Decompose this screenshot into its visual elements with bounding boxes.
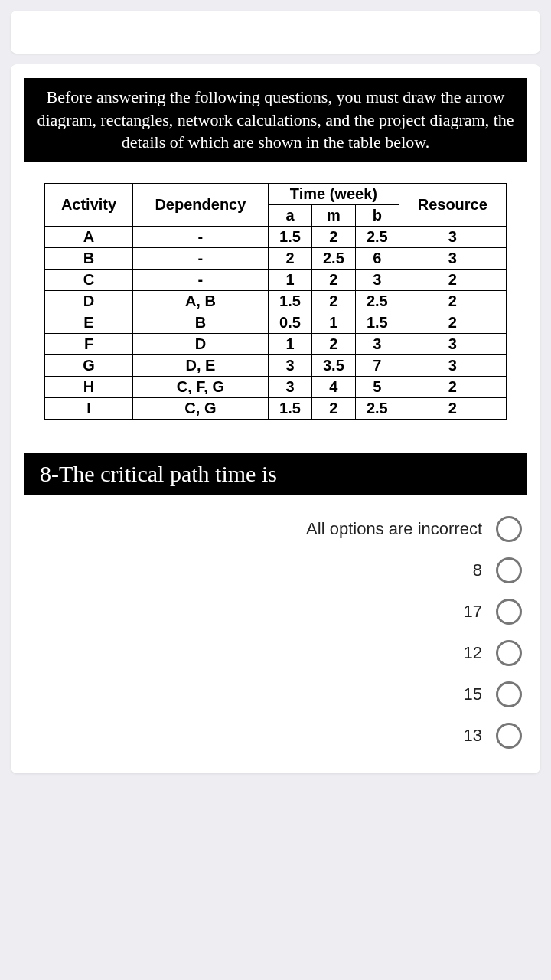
col-activity: Activity: [45, 184, 133, 227]
option-row[interactable]: 13: [464, 723, 522, 749]
option-row[interactable]: 8: [473, 557, 522, 583]
radio-icon[interactable]: [496, 681, 522, 707]
cell-m: 2: [311, 398, 355, 420]
table-body: A-1.522.53B-22.563C-1232DA, B1.522.52EB0…: [45, 227, 507, 420]
cell-dependency: C, G: [132, 398, 268, 420]
col-b: b: [355, 205, 399, 227]
col-resource: Resource: [399, 184, 506, 227]
cell-a: 3: [269, 355, 312, 377]
cell-m: 2: [311, 291, 355, 312]
table-row: FD1233: [45, 334, 507, 355]
prompt-text: Before answering the following questions…: [24, 78, 527, 162]
table-row: B-22.563: [45, 248, 507, 270]
table-row: EB0.511.52: [45, 312, 507, 334]
option-row[interactable]: 17: [464, 599, 522, 625]
radio-icon[interactable]: [496, 599, 522, 625]
cell-a: 1.5: [269, 227, 312, 248]
cell-a: 1: [269, 270, 312, 291]
cell-dependency: -: [132, 227, 268, 248]
cell-m: 1: [311, 312, 355, 334]
col-dependency: Dependency: [132, 184, 268, 227]
cell-dependency: D, E: [132, 355, 268, 377]
cell-a: 0.5: [269, 312, 312, 334]
cell-activity: A: [45, 227, 133, 248]
cell-b: 3: [355, 270, 399, 291]
cell-b: 2.5: [355, 398, 399, 420]
cell-activity: F: [45, 334, 133, 355]
option-label: 12: [464, 643, 482, 663]
cell-m: 2: [311, 334, 355, 355]
cell-resource: 3: [399, 248, 506, 270]
radio-icon[interactable]: [496, 557, 522, 583]
option-row[interactable]: 12: [464, 640, 522, 666]
cell-resource: 3: [399, 227, 506, 248]
cell-dependency: A, B: [132, 291, 268, 312]
table-row: GD, E33.573: [45, 355, 507, 377]
cell-dependency: C, F, G: [132, 377, 268, 398]
cell-a: 3: [269, 377, 312, 398]
options-list: All options are incorrect817121513: [24, 516, 527, 749]
cell-activity: C: [45, 270, 133, 291]
option-row[interactable]: 15: [464, 681, 522, 707]
cell-activity: D: [45, 291, 133, 312]
cell-a: 1.5: [269, 398, 312, 420]
cell-dependency: D: [132, 334, 268, 355]
option-label: All options are incorrect: [306, 519, 482, 539]
col-m: m: [311, 205, 355, 227]
question-card: Before answering the following questions…: [11, 64, 540, 773]
cell-dependency: B: [132, 312, 268, 334]
radio-icon[interactable]: [496, 640, 522, 666]
radio-icon[interactable]: [496, 723, 522, 749]
cell-m: 4: [311, 377, 355, 398]
activity-table: Activity Dependency Time (week) Resource…: [44, 183, 507, 420]
table-head: Activity Dependency Time (week) Resource…: [45, 184, 507, 227]
cell-activity: G: [45, 355, 133, 377]
cell-b: 7: [355, 355, 399, 377]
cell-b: 2.5: [355, 291, 399, 312]
cell-resource: 2: [399, 398, 506, 420]
cell-m: 2: [311, 227, 355, 248]
cell-activity: I: [45, 398, 133, 420]
cell-resource: 3: [399, 334, 506, 355]
cell-resource: 2: [399, 270, 506, 291]
cell-b: 2.5: [355, 227, 399, 248]
cell-resource: 2: [399, 312, 506, 334]
cell-b: 6: [355, 248, 399, 270]
cell-activity: E: [45, 312, 133, 334]
option-row[interactable]: All options are incorrect: [306, 516, 522, 542]
table-row: A-1.522.53: [45, 227, 507, 248]
question-text: 8-The critical path time is: [24, 453, 527, 495]
cell-m: 2: [311, 270, 355, 291]
table-row: IC, G1.522.52: [45, 398, 507, 420]
radio-icon[interactable]: [496, 516, 522, 542]
cell-m: 2.5: [311, 248, 355, 270]
cell-a: 1: [269, 334, 312, 355]
cell-activity: B: [45, 248, 133, 270]
cell-m: 3.5: [311, 355, 355, 377]
option-label: 15: [464, 684, 482, 704]
col-a: a: [269, 205, 312, 227]
cell-dependency: -: [132, 248, 268, 270]
cell-b: 1.5: [355, 312, 399, 334]
cell-resource: 3: [399, 355, 506, 377]
cell-resource: 2: [399, 377, 506, 398]
cell-a: 2: [269, 248, 312, 270]
table-row: DA, B1.522.52: [45, 291, 507, 312]
cell-activity: H: [45, 377, 133, 398]
cell-a: 1.5: [269, 291, 312, 312]
option-label: 13: [464, 726, 482, 746]
previous-card-tail: [11, 11, 540, 54]
cell-resource: 2: [399, 291, 506, 312]
cell-b: 5: [355, 377, 399, 398]
cell-dependency: -: [132, 270, 268, 291]
cell-b: 3: [355, 334, 399, 355]
table-row: HC, F, G3452: [45, 377, 507, 398]
option-label: 17: [464, 602, 482, 622]
table-row: C-1232: [45, 270, 507, 291]
col-time-group: Time (week): [269, 184, 399, 205]
option-label: 8: [473, 560, 482, 580]
